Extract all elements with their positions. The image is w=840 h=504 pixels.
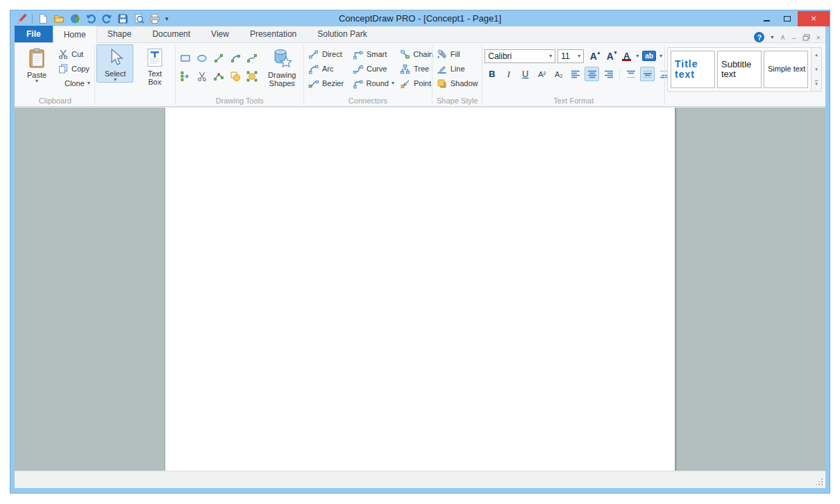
solutions-icon[interactable] — [69, 13, 81, 24]
cut-button[interactable]: Cut — [56, 48, 92, 60]
add-vertex-tool-icon[interactable] — [178, 68, 193, 85]
paste-dropdown-icon: ▾ — [35, 79, 38, 83]
line-tool-icon[interactable] — [211, 50, 226, 67]
tab-presentation[interactable]: Presentation — [240, 26, 307, 42]
style-card-label: Title text — [675, 59, 714, 79]
style-card-subtitle-text[interactable]: Subtitle text — [717, 51, 762, 88]
minimize-button[interactable] — [756, 11, 777, 26]
tab-home[interactable]: Home — [53, 26, 97, 43]
help-dropdown-icon[interactable]: ▾ — [771, 34, 773, 40]
shadow-button[interactable]: Shadow — [435, 77, 480, 90]
gallery-more-icon[interactable]: ▾ — [812, 76, 821, 91]
help-icon[interactable]: ? — [754, 32, 764, 42]
fill-label: Fill — [451, 50, 460, 58]
connector-bezier-button[interactable]: Bezier — [306, 77, 349, 90]
ribbon-tab-bar: File Home Shape Document View Presentati… — [15, 26, 825, 43]
font-name-value: Calibri — [488, 51, 512, 61]
clone-button[interactable]: Clone ▾ — [56, 77, 92, 90]
align-left-button[interactable] — [568, 67, 582, 81]
select-button[interactable]: Select ▾ — [96, 44, 133, 83]
font-size-select[interactable]: 11 ▾ — [557, 49, 584, 63]
group-style-gallery: Title text Subtitle text Simple text — [665, 44, 824, 106]
connector-arc-button[interactable]: Arc — [306, 62, 349, 75]
italic-button[interactable]: I — [501, 67, 516, 81]
mdi-minimize-icon[interactable]: – — [791, 33, 796, 42]
drawing-shapes-button[interactable]: Drawing Shapes — [262, 44, 301, 88]
font-name-select[interactable]: Calibri ▾ — [485, 49, 555, 63]
mdi-restore-icon[interactable] — [803, 34, 810, 41]
rectangle-tool-icon[interactable] — [178, 50, 193, 67]
arc-tool-icon[interactable] — [228, 50, 243, 67]
subscript-button[interactable]: A₂ — [551, 67, 566, 81]
new-document-icon[interactable] — [37, 13, 49, 24]
tab-view[interactable]: View — [201, 26, 240, 42]
valign-top-button[interactable] — [623, 67, 638, 81]
text-box-button[interactable]: Text Box — [136, 44, 173, 87]
connector-chain-label: Chain — [413, 50, 433, 58]
print-icon[interactable] — [149, 13, 160, 24]
app-menu-icon[interactable] — [16, 13, 27, 24]
align-center-button[interactable] — [585, 67, 599, 81]
style-card-simple-text[interactable]: Simple text — [764, 51, 808, 88]
text-highlight-dropdown-icon[interactable]: ▾ — [660, 54, 662, 58]
connector-curve-button[interactable]: Curve — [351, 62, 396, 75]
maximize-button[interactable] — [777, 11, 798, 26]
connector-chain-button[interactable]: Chain — [398, 48, 435, 60]
save-icon[interactable] — [117, 13, 128, 24]
resize-grip-icon[interactable] — [816, 478, 823, 486]
connector-round-label: Round — [367, 79, 389, 87]
gallery-scroll-rail: ▴ ▾ ▾ — [811, 48, 821, 91]
connector-tree-button[interactable]: Tree — [398, 62, 435, 75]
tab-file[interactable]: File — [15, 26, 53, 42]
clone-label: Clone — [65, 79, 85, 87]
font-color-dropdown-icon[interactable]: ▾ — [636, 54, 639, 58]
edit-vertex-tool-icon[interactable] — [211, 68, 226, 85]
bold-button[interactable]: B — [485, 67, 499, 81]
align-right-button[interactable] — [601, 67, 616, 81]
collapse-ribbon-icon[interactable]: ∧ — [780, 33, 785, 42]
text-highlight-label: ab — [642, 51, 656, 61]
split-tool-icon[interactable] — [194, 68, 210, 85]
mdi-close-icon[interactable]: × — [816, 33, 821, 42]
combine-shapes-tool-icon[interactable] — [228, 68, 243, 85]
font-color-button[interactable]: A — [619, 49, 634, 63]
text-highlight-button[interactable]: ab — [641, 49, 657, 63]
tab-shape[interactable]: Shape — [97, 26, 142, 42]
ellipse-tool-icon[interactable] — [194, 50, 210, 67]
style-card-title-text[interactable]: Title text — [671, 51, 715, 88]
print-preview-icon[interactable] — [133, 13, 144, 24]
spline-tool-icon[interactable] — [244, 50, 260, 67]
close-button[interactable]: × — [798, 11, 830, 26]
status-bar — [15, 471, 825, 488]
undo-icon[interactable] — [85, 13, 96, 24]
redo-icon[interactable] — [101, 13, 112, 24]
open-folder-icon[interactable] — [53, 13, 65, 24]
shrink-font-button[interactable]: A▾ — [603, 49, 617, 63]
fill-button[interactable]: Fill — [435, 48, 480, 60]
underline-button[interactable]: U — [518, 67, 532, 81]
superscript-button[interactable]: A² — [535, 67, 549, 81]
connector-direct-button[interactable]: Direct — [306, 48, 349, 60]
tree-connector-icon — [400, 63, 411, 74]
connector-smart-label: Smart — [367, 50, 387, 58]
gallery-scroll-down-icon[interactable]: ▾ — [812, 62, 821, 77]
tab-document[interactable]: Document — [142, 26, 201, 42]
shrink-font-label: A — [607, 51, 614, 62]
style-card-label: Subtitle text — [721, 60, 761, 78]
connector-point-button[interactable]: Point — [398, 77, 435, 90]
copy-button[interactable]: Copy — [56, 62, 92, 75]
paste-button[interactable]: Paste ▾ — [18, 44, 56, 84]
line-button[interactable]: Line — [435, 62, 480, 75]
gallery-scroll-up-icon[interactable]: ▴ — [812, 48, 821, 62]
connector-smart-button[interactable]: Smart — [351, 48, 396, 60]
document-page[interactable] — [165, 108, 675, 471]
connector-round-button[interactable]: Round ▾ — [351, 77, 396, 90]
group-connectors: Direct Arc — [304, 44, 432, 106]
group-shape-style: Fill Line — [432, 44, 482, 106]
drawing-canvas[interactable] — [15, 107, 825, 471]
tab-solution-park[interactable]: Solution Park — [307, 26, 377, 42]
qat-customize-dropdown-icon[interactable]: ▾ — [165, 15, 169, 22]
grow-font-button[interactable]: A▴ — [586, 49, 600, 63]
valign-middle-button[interactable] — [640, 67, 655, 81]
group-shapes-tool-icon[interactable] — [244, 68, 260, 85]
